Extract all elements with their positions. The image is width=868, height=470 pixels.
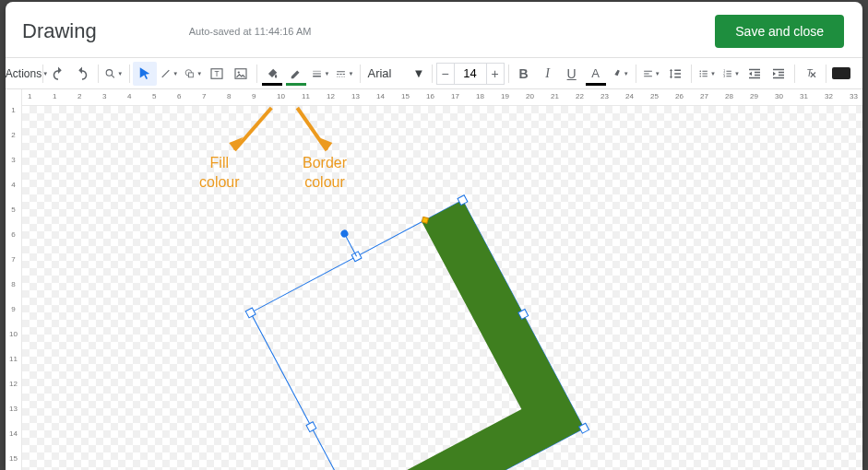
more-icon	[832, 67, 850, 79]
canvas[interactable]: Fillcolour Bordercolour	[22, 106, 862, 470]
toolbar: Actions▼ ▼ ▼ ▼ T ▼ ▼ Arial▼ − 14 +	[6, 58, 862, 89]
actions-label: Actions	[6, 67, 42, 80]
line-tool[interactable]: ▼	[157, 62, 181, 86]
ruler-horizontal: 1123456789101112131415161718192021222324…	[22, 89, 862, 106]
canvas-container: 1123456789101112131415161718192021222324…	[6, 89, 862, 470]
fill-color-swatch	[262, 83, 282, 86]
align-button[interactable]: ▼	[639, 62, 663, 86]
fill-color-button[interactable]	[260, 62, 284, 86]
redo-button[interactable]	[70, 62, 94, 86]
border-weight-button[interactable]: ▼	[308, 62, 332, 86]
line-spacing-button[interactable]	[663, 62, 687, 86]
undo-button[interactable]	[46, 62, 70, 86]
text-color-swatch	[586, 83, 606, 86]
svg-rect-47	[245, 308, 256, 318]
svg-point-23	[699, 73, 701, 75]
drawing-dialog: Drawing Auto-saved at 11:44:16 AM Save a…	[6, 2, 862, 470]
svg-rect-53	[306, 422, 316, 432]
font-family-select[interactable]: Arial▼	[363, 66, 428, 80]
save-and-close-button[interactable]: Save and close	[715, 15, 844, 48]
more-button[interactable]	[829, 62, 853, 86]
shape-tool[interactable]: ▼	[181, 62, 205, 86]
bulleted-list-button[interactable]: ▼	[695, 62, 719, 86]
numbered-list-button[interactable]: 123▼	[719, 62, 743, 86]
annotation-fill-label: Fillcolour	[199, 154, 240, 193]
italic-button[interactable]: I	[536, 62, 560, 86]
border-color-swatch	[286, 83, 306, 86]
font-size-decrease[interactable]: −	[436, 63, 455, 85]
dialog-header: Drawing Auto-saved at 11:44:16 AM Save a…	[6, 2, 862, 58]
highlight-color-button[interactable]: ▼	[608, 62, 632, 86]
font-size-stepper: − 14 +	[436, 63, 505, 85]
bold-button[interactable]: B	[512, 62, 536, 86]
svg-point-8	[238, 71, 240, 73]
font-size-increase[interactable]: +	[486, 63, 505, 85]
svg-text:T: T	[806, 67, 814, 78]
svg-point-0	[106, 69, 113, 76]
zoom-button[interactable]: ▼	[101, 62, 125, 86]
ruler-vertical: 123456789101112131415	[6, 89, 22, 470]
increase-indent-button[interactable]	[767, 62, 791, 86]
svg-point-22	[699, 70, 701, 72]
dialog-title: Drawing	[22, 19, 97, 43]
image-tool[interactable]	[229, 62, 253, 86]
select-tool[interactable]	[133, 62, 157, 86]
actions-menu[interactable]: Actions▼	[15, 62, 39, 86]
svg-point-24	[699, 75, 701, 76]
svg-rect-4	[189, 72, 194, 76]
svg-text:3: 3	[723, 74, 725, 77]
svg-line-2	[162, 70, 170, 77]
clear-formatting-button[interactable]: T	[798, 62, 822, 86]
border-color-button[interactable]	[284, 62, 308, 86]
rotation-handle[interactable]	[339, 229, 350, 239]
font-family-label: Arial	[367, 66, 391, 80]
decrease-indent-button[interactable]	[743, 62, 767, 86]
font-size-value[interactable]: 14	[455, 63, 486, 85]
svg-line-1	[112, 75, 114, 77]
l-shape[interactable]	[251, 200, 584, 470]
textbox-tool[interactable]: T	[205, 62, 229, 86]
annotation-arrows	[229, 108, 332, 150]
svg-text:T: T	[215, 70, 220, 78]
drawing-surface[interactable]	[22, 106, 862, 470]
underline-button[interactable]: U	[560, 62, 584, 86]
annotation-border-label: Bordercolour	[303, 154, 347, 193]
autosave-status: Auto-saved at 11:44:16 AM	[189, 26, 312, 37]
border-dash-button[interactable]: ▼	[332, 62, 356, 86]
rotation-stem	[346, 236, 357, 256]
text-color-button[interactable]: A	[584, 62, 608, 86]
